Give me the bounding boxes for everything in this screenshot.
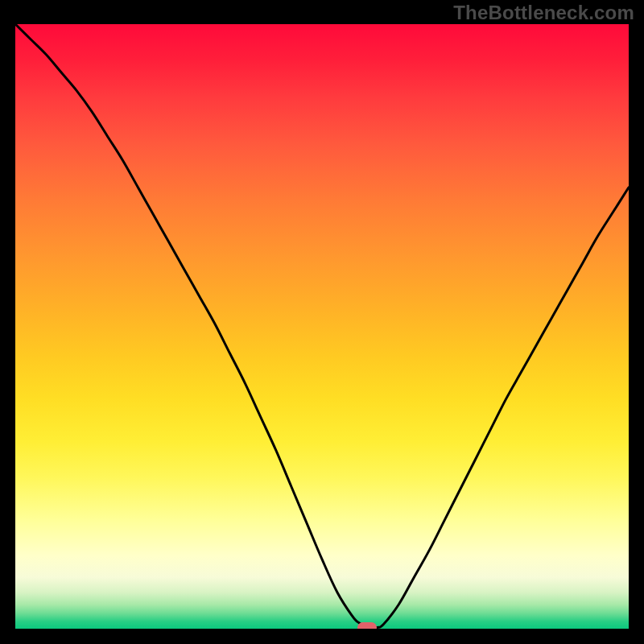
bottleneck-curve: [15, 24, 629, 629]
image-frame: TheBottleneck.com: [0, 0, 644, 644]
optimal-marker: [357, 622, 377, 629]
plot-area: [15, 24, 629, 629]
watermark-text: TheBottleneck.com: [453, 2, 634, 24]
